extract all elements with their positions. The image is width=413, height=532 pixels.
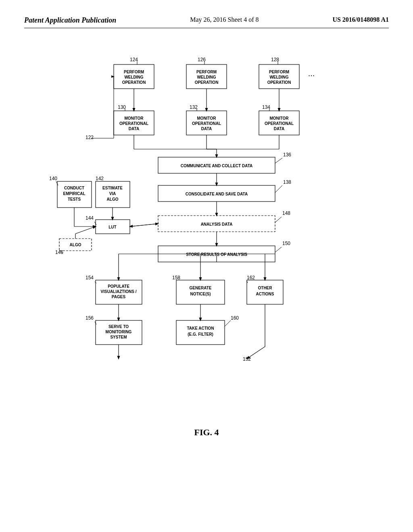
svg-text:POPULATE: POPULATE	[108, 284, 129, 289]
svg-text:158: 158	[172, 275, 180, 281]
svg-text:142: 142	[96, 176, 104, 181]
svg-text:WELDING: WELDING	[124, 75, 143, 79]
svg-text:144: 144	[86, 215, 94, 221]
svg-line-107	[275, 158, 282, 163]
svg-text:PERFORM: PERFORM	[196, 70, 217, 74]
svg-text:LUT: LUT	[108, 225, 116, 229]
svg-text:OPERATION: OPERATION	[267, 80, 291, 85]
svg-text:OPERATIONAL: OPERATIONAL	[192, 121, 221, 126]
svg-text:162: 162	[247, 275, 255, 281]
svg-text:OTHER: OTHER	[258, 286, 273, 290]
svg-text:ANALYSIS DATA: ANALYSIS DATA	[201, 222, 233, 227]
figure-caption: FIG. 4	[24, 427, 389, 438]
svg-text:PAGES: PAGES	[112, 295, 126, 299]
svg-line-121	[275, 247, 282, 252]
svg-text:WELDING: WELDING	[269, 75, 288, 79]
svg-text:160: 160	[231, 315, 239, 321]
svg-text:ACTIONS: ACTIONS	[256, 292, 274, 296]
svg-text:OPERATION: OPERATION	[122, 80, 146, 85]
svg-text:SERVE TO: SERVE TO	[108, 324, 129, 329]
svg-text:146: 146	[55, 249, 63, 255]
svg-text:ESTIMATE: ESTIMATE	[102, 186, 123, 190]
diagram: PERFORM WELDING OPERATION PERFORM WELDIN…	[33, 52, 380, 415]
svg-line-109	[275, 185, 282, 193]
svg-text:134: 134	[262, 104, 270, 110]
svg-text:136: 136	[283, 152, 291, 158]
svg-text:MONITORING: MONITORING	[106, 330, 132, 334]
page: Patent Application Publication May 26, 2…	[0, 0, 413, 532]
header-date-sheet: May 26, 2016 Sheet 4 of 8	[190, 16, 259, 23]
svg-text:150: 150	[282, 241, 290, 246]
label-122: 122	[86, 135, 94, 140]
svg-text:154: 154	[86, 275, 94, 281]
svg-text:MONITOR: MONITOR	[269, 116, 289, 121]
svg-text:OPERATION: OPERATION	[195, 80, 219, 85]
svg-text:138: 138	[283, 179, 291, 185]
svg-line-80	[130, 224, 158, 227]
svg-text:(E.G. FILTER): (E.G. FILTER)	[188, 332, 213, 337]
svg-text:EMPIRICAL: EMPIRICAL	[63, 191, 86, 196]
svg-text:ALGO: ALGO	[107, 197, 119, 202]
svg-text:GENERATE: GENERATE	[190, 286, 212, 290]
svg-text:OPERATIONAL: OPERATIONAL	[265, 121, 294, 126]
diagram-svg: PERFORM WELDING OPERATION PERFORM WELDIN…	[33, 52, 380, 415]
svg-text:152: 152	[243, 356, 251, 362]
svg-text:DATA: DATA	[274, 127, 284, 131]
page-header: Patent Application Publication May 26, 2…	[24, 16, 389, 28]
svg-text:TESTS: TESTS	[68, 197, 81, 202]
svg-text:SYSTEM: SYSTEM	[110, 335, 127, 339]
svg-text:WELDING: WELDING	[197, 75, 216, 79]
svg-text:132: 132	[190, 104, 198, 110]
header-patent-number: US 2016/0148098 A1	[332, 16, 389, 23]
svg-text:TAKE ACTION: TAKE ACTION	[187, 326, 214, 330]
svg-line-77	[75, 227, 96, 234]
svg-line-129	[225, 320, 231, 326]
svg-text:140: 140	[49, 176, 57, 181]
svg-text:124: 124	[130, 57, 138, 62]
svg-text:ALGO: ALGO	[70, 243, 81, 247]
svg-text:148: 148	[282, 210, 290, 216]
dots-indicator: ···	[308, 71, 315, 79]
svg-text:PERFORM: PERFORM	[124, 70, 144, 74]
svg-text:MONITOR: MONITOR	[197, 116, 216, 121]
svg-text:VISUALIAZTIONS /: VISUALIAZTIONS /	[101, 289, 137, 294]
svg-text:MONITOR: MONITOR	[124, 116, 144, 121]
svg-line-119	[275, 217, 282, 222]
svg-text:OPERATIONAL: OPERATIONAL	[119, 121, 148, 126]
svg-text:DATA: DATA	[201, 127, 212, 131]
svg-text:COMMUNICATE AND COLLECT DATA: COMMUNICATE AND COLLECT DATA	[181, 164, 253, 168]
svg-text:NOTICE(S): NOTICE(S)	[190, 292, 211, 296]
svg-text:130: 130	[118, 104, 126, 110]
svg-text:CONDUCT: CONDUCT	[64, 186, 84, 190]
svg-text:CONSOLIDATE AND SAVE DATA: CONSOLIDATE AND SAVE DATA	[186, 192, 248, 196]
svg-text:PERFORM: PERFORM	[269, 70, 289, 74]
svg-text:VIA: VIA	[109, 191, 116, 196]
header-publication-type: Patent Application Publication	[24, 16, 116, 25]
svg-text:DATA: DATA	[129, 127, 139, 131]
svg-text:156: 156	[86, 315, 94, 321]
